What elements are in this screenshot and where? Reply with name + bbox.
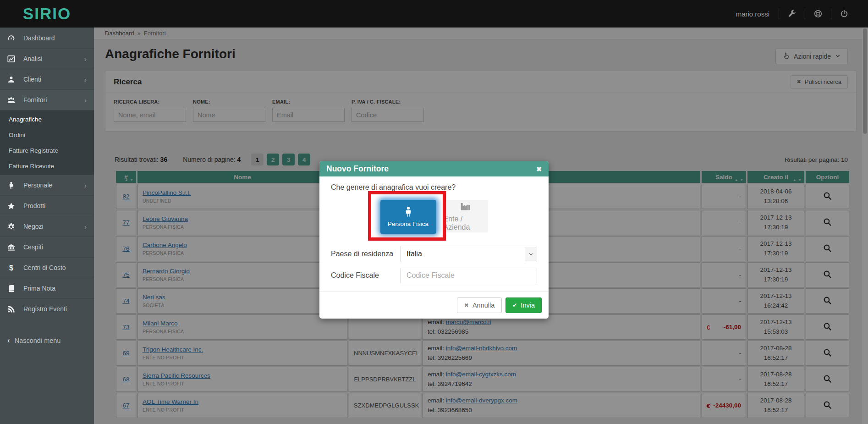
sidebar-item-personale[interactable]: Personale›: [0, 175, 94, 195]
prodotti-icon: [7, 202, 17, 210]
cancel-button[interactable]: ✖ Annulla: [457, 297, 502, 313]
option-label: Ente / Azienda: [444, 215, 488, 231]
collapse-menu-button[interactable]: ‹ Nascondi menu: [0, 333, 94, 348]
sidebar-item-label: Prima Nota: [23, 285, 55, 292]
option-wrap: Ente / Azienda: [444, 200, 488, 232]
sidebar-item-registro-eventi[interactable]: Registro Eventi: [0, 298, 94, 319]
sidebar-item-prodotti[interactable]: Prodotti: [0, 195, 94, 216]
chevron-right-icon: ›: [84, 55, 88, 63]
chevron-right-icon: ›: [84, 96, 88, 104]
sidebar-item-label: Fornitori: [23, 96, 47, 104]
country-label: Paese di residenza: [331, 250, 401, 258]
option-ente-azienda[interactable]: Ente / Azienda: [444, 200, 488, 232]
centri-di-costo-icon: $: [7, 264, 17, 272]
country-select[interactable]: Italia: [401, 246, 537, 262]
prima-nota-icon: [7, 285, 17, 292]
sidebar-item-fornitori[interactable]: Fornitori›: [0, 89, 94, 110]
sidebar-item-centri-di-costo[interactable]: $Centri di Costo: [0, 257, 94, 278]
sidebar-item-clienti[interactable]: Clienti›: [0, 69, 94, 89]
close-icon[interactable]: ✖: [536, 165, 542, 173]
cancel-label: Annulla: [472, 302, 494, 309]
cespiti-icon: [7, 243, 17, 251]
sidebar-item-label: Registro Eventi: [23, 305, 67, 313]
check-icon: ✔: [512, 302, 517, 308]
negozi-icon: [7, 223, 17, 231]
sidebar-subitem-fatture-ricevute[interactable]: Fatture Ricevute: [0, 158, 94, 174]
clienti-icon: [7, 76, 17, 83]
modal-options: Persona FisicaEnte / Azienda: [331, 200, 537, 234]
logo-text: SIRIO: [23, 5, 71, 23]
analisi-icon: [7, 55, 17, 63]
fiscal-code-input[interactable]: [401, 268, 537, 283]
personale-icon: [7, 182, 17, 189]
sidebar-item-label: Cespiti: [23, 243, 43, 251]
option-label: Persona Fisica: [388, 220, 429, 227]
sidebar-item-label: Negozi: [23, 223, 44, 230]
dashboard-icon: [7, 34, 17, 42]
modal-question: Che genere di anagrafica vuoi creare?: [331, 183, 537, 192]
country-value: Italia: [401, 250, 422, 258]
sidebar-subitem-fatture-registrate[interactable]: Fatture Registrate: [0, 143, 94, 158]
wrench-icon[interactable]: [779, 10, 805, 18]
option-persona-fisica[interactable]: Persona Fisica: [380, 200, 436, 234]
sidebar-item-label: Analisi: [23, 55, 42, 62]
sidebar-item-cespiti[interactable]: Cespiti: [0, 237, 94, 257]
registro-eventi-icon: [7, 305, 17, 313]
submit-button[interactable]: ✔ Invia: [505, 297, 542, 313]
factory-icon: [460, 201, 471, 212]
sirio-logo[interactable]: SIRIO: [0, 0, 94, 28]
sidebar-item-label: Clienti: [23, 76, 41, 83]
sidebar-item-prima-nota[interactable]: Prima Nota: [0, 278, 94, 298]
sidebar-item-label: Centri di Costo: [23, 264, 66, 271]
topbar-right: mario.rossi: [736, 0, 868, 28]
sidebar-item-label: Dashboard: [23, 34, 55, 42]
chevron-right-icon: ›: [84, 76, 88, 83]
submit-label: Invia: [521, 302, 535, 309]
sidebar-menu: DashboardAnalisi›Clienti›Fornitori›Anagr…: [0, 28, 94, 319]
sidebar-item-negozi[interactable]: Negozi›: [0, 216, 94, 237]
svg-text:$: $: [9, 264, 13, 272]
sidebar-item-label: Personale: [23, 182, 52, 189]
modal-title: Nuovo Fornitore: [326, 164, 389, 174]
collapse-menu-label: Nascondi menu: [15, 337, 61, 344]
sidebar-item-dashboard[interactable]: Dashboard: [0, 28, 94, 48]
new-supplier-modal: Nuovo Fornitore ✖ Che genere di anagrafi…: [319, 161, 549, 319]
person-icon: [403, 206, 414, 217]
option-wrap: Persona Fisica: [380, 200, 436, 234]
sidebar-subitem-ordini[interactable]: Ordini: [0, 127, 94, 143]
fornitori-icon: [7, 96, 17, 104]
globe-icon[interactable]: [805, 10, 831, 18]
top-bar: SIRIO mario.rossi: [0, 0, 868, 28]
username[interactable]: mario.rossi: [736, 10, 769, 18]
chevron-right-icon: ›: [84, 223, 88, 231]
sidebar-subitem-anagrafiche[interactable]: Anagrafiche: [0, 111, 94, 127]
fiscal-code-label: Codice Fiscale: [331, 271, 401, 280]
sidebar-submenu: AnagraficheOrdiniFatture RegistrateFattu…: [0, 110, 94, 175]
chevron-left-icon: ‹: [7, 336, 10, 345]
power-icon[interactable]: [831, 10, 857, 18]
chevron-right-icon: ›: [84, 182, 88, 189]
sidebar: DashboardAnalisi›Clienti›Fornitori›Anagr…: [0, 28, 94, 424]
chevron-down-icon: [525, 247, 536, 261]
sidebar-item-analisi[interactable]: Analisi›: [0, 48, 94, 69]
sidebar-item-label: Prodotti: [23, 202, 45, 209]
close-icon: ✖: [464, 302, 469, 308]
